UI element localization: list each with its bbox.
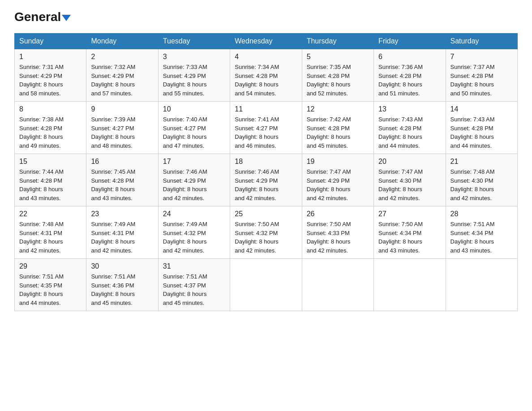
calendar-cell: 22Sunrise: 7:48 AMSunset: 4:31 PMDayligh…: [15, 206, 86, 259]
column-header-tuesday: Tuesday: [158, 34, 230, 49]
day-number: 25: [235, 210, 297, 218]
calendar-table: SundayMondayTuesdayWednesdayThursdayFrid…: [14, 33, 518, 311]
calendar-cell: 21Sunrise: 7:48 AMSunset: 4:30 PMDayligh…: [446, 154, 517, 206]
day-number: 29: [19, 262, 82, 270]
calendar-cell: 9Sunrise: 7:39 AMSunset: 4:27 PMDaylight…: [86, 102, 158, 154]
calendar-week-row: 8Sunrise: 7:38 AMSunset: 4:28 PMDaylight…: [15, 102, 518, 154]
calendar-cell: 7Sunrise: 7:37 AMSunset: 4:28 PMDaylight…: [446, 49, 517, 102]
day-info: Sunrise: 7:42 AMSunset: 4:28 PMDaylight:…: [307, 115, 369, 150]
day-info: Sunrise: 7:43 AMSunset: 4:28 PMDaylight:…: [378, 115, 441, 150]
day-info: Sunrise: 7:50 AMSunset: 4:34 PMDaylight:…: [378, 220, 441, 255]
day-number: 23: [91, 210, 153, 218]
logo-triangle-icon: [62, 15, 71, 21]
calendar-cell: 30Sunrise: 7:51 AMSunset: 4:36 PMDayligh…: [86, 259, 158, 311]
day-info: Sunrise: 7:39 AMSunset: 4:27 PMDaylight:…: [91, 115, 153, 150]
calendar-cell: 10Sunrise: 7:40 AMSunset: 4:27 PMDayligh…: [158, 102, 230, 154]
day-info: Sunrise: 7:48 AMSunset: 4:31 PMDaylight:…: [19, 220, 82, 255]
day-number: 6: [378, 53, 441, 61]
day-number: 24: [163, 210, 225, 218]
day-number: 26: [307, 210, 369, 218]
day-number: 16: [91, 158, 153, 166]
day-number: 17: [163, 158, 225, 166]
calendar-cell: 5Sunrise: 7:35 AMSunset: 4:28 PMDaylight…: [302, 49, 373, 102]
calendar-cell: 26Sunrise: 7:50 AMSunset: 4:33 PMDayligh…: [302, 206, 373, 259]
day-info: Sunrise: 7:36 AMSunset: 4:28 PMDaylight:…: [378, 63, 441, 98]
day-info: Sunrise: 7:41 AMSunset: 4:27 PMDaylight:…: [235, 115, 297, 150]
day-info: Sunrise: 7:49 AMSunset: 4:31 PMDaylight:…: [91, 220, 153, 255]
calendar-cell: [302, 259, 373, 311]
day-number: 11: [235, 105, 297, 113]
day-number: 27: [378, 210, 441, 218]
calendar-cell: 8Sunrise: 7:38 AMSunset: 4:28 PMDaylight…: [15, 102, 86, 154]
day-info: Sunrise: 7:43 AMSunset: 4:28 PMDaylight:…: [450, 115, 513, 150]
calendar-cell: 1Sunrise: 7:31 AMSunset: 4:29 PMDaylight…: [15, 49, 86, 102]
day-info: Sunrise: 7:51 AMSunset: 4:35 PMDaylight:…: [19, 272, 82, 307]
calendar-cell: 31Sunrise: 7:51 AMSunset: 4:37 PMDayligh…: [158, 259, 230, 311]
day-number: 2: [91, 53, 153, 61]
day-info: Sunrise: 7:48 AMSunset: 4:30 PMDaylight:…: [450, 167, 513, 202]
day-info: Sunrise: 7:31 AMSunset: 4:29 PMDaylight:…: [19, 63, 82, 98]
calendar-cell: 27Sunrise: 7:50 AMSunset: 4:34 PMDayligh…: [374, 206, 446, 259]
calendar-cell: 16Sunrise: 7:45 AMSunset: 4:28 PMDayligh…: [86, 154, 158, 206]
calendar-cell: 2Sunrise: 7:32 AMSunset: 4:29 PMDaylight…: [86, 49, 158, 102]
day-number: 15: [19, 158, 82, 166]
day-number: 1: [19, 53, 82, 61]
column-header-saturday: Saturday: [446, 34, 517, 49]
day-info: Sunrise: 7:49 AMSunset: 4:32 PMDaylight:…: [163, 220, 225, 255]
day-number: 28: [450, 210, 513, 218]
calendar-cell: 13Sunrise: 7:43 AMSunset: 4:28 PMDayligh…: [374, 102, 446, 154]
calendar-cell: 3Sunrise: 7:33 AMSunset: 4:29 PMDaylight…: [158, 49, 230, 102]
day-number: 30: [91, 262, 153, 270]
calendar-week-row: 15Sunrise: 7:44 AMSunset: 4:28 PMDayligh…: [15, 154, 518, 206]
day-number: 19: [307, 158, 369, 166]
day-number: 14: [450, 105, 513, 113]
calendar-cell: 19Sunrise: 7:47 AMSunset: 4:29 PMDayligh…: [302, 154, 373, 206]
column-header-thursday: Thursday: [302, 34, 373, 49]
day-info: Sunrise: 7:32 AMSunset: 4:29 PMDaylight:…: [91, 63, 153, 98]
calendar-cell: 25Sunrise: 7:50 AMSunset: 4:32 PMDayligh…: [230, 206, 302, 259]
calendar-cell: 15Sunrise: 7:44 AMSunset: 4:28 PMDayligh…: [15, 154, 86, 206]
calendar-cell: 17Sunrise: 7:46 AMSunset: 4:29 PMDayligh…: [158, 154, 230, 206]
calendar-cell: 28Sunrise: 7:51 AMSunset: 4:34 PMDayligh…: [446, 206, 517, 259]
day-info: Sunrise: 7:45 AMSunset: 4:28 PMDaylight:…: [91, 167, 153, 202]
day-number: 4: [235, 53, 297, 61]
calendar-cell: 11Sunrise: 7:41 AMSunset: 4:27 PMDayligh…: [230, 102, 302, 154]
day-info: Sunrise: 7:51 AMSunset: 4:37 PMDaylight:…: [163, 272, 225, 307]
day-number: 3: [163, 53, 225, 61]
day-info: Sunrise: 7:51 AMSunset: 4:36 PMDaylight:…: [91, 272, 153, 307]
day-number: 12: [307, 105, 369, 113]
day-number: 10: [163, 105, 225, 113]
column-header-wednesday: Wednesday: [230, 34, 302, 49]
column-header-friday: Friday: [374, 34, 446, 49]
day-info: Sunrise: 7:51 AMSunset: 4:34 PMDaylight:…: [450, 220, 513, 255]
day-info: Sunrise: 7:37 AMSunset: 4:28 PMDaylight:…: [450, 63, 513, 98]
calendar-cell: [374, 259, 446, 311]
calendar-cell: 24Sunrise: 7:49 AMSunset: 4:32 PMDayligh…: [158, 206, 230, 259]
column-header-sunday: Sunday: [15, 34, 86, 49]
logo: General: [14, 11, 71, 24]
day-number: 20: [378, 158, 441, 166]
calendar-cell: 29Sunrise: 7:51 AMSunset: 4:35 PMDayligh…: [15, 259, 86, 311]
day-info: Sunrise: 7:44 AMSunset: 4:28 PMDaylight:…: [19, 167, 82, 202]
day-number: 5: [307, 53, 369, 61]
day-number: 9: [91, 105, 153, 113]
day-info: Sunrise: 7:34 AMSunset: 4:28 PMDaylight:…: [235, 63, 297, 98]
day-number: 31: [163, 262, 225, 270]
day-number: 7: [450, 53, 513, 61]
day-number: 8: [19, 105, 82, 113]
day-info: Sunrise: 7:38 AMSunset: 4:28 PMDaylight:…: [19, 115, 82, 150]
calendar-header-row: SundayMondayTuesdayWednesdayThursdayFrid…: [15, 34, 518, 49]
day-info: Sunrise: 7:50 AMSunset: 4:32 PMDaylight:…: [235, 220, 297, 255]
day-info: Sunrise: 7:47 AMSunset: 4:29 PMDaylight:…: [307, 167, 369, 202]
page-header: General: [14, 11, 518, 24]
day-info: Sunrise: 7:35 AMSunset: 4:28 PMDaylight:…: [307, 63, 369, 98]
calendar-cell: 18Sunrise: 7:46 AMSunset: 4:29 PMDayligh…: [230, 154, 302, 206]
column-header-monday: Monday: [86, 34, 158, 49]
day-info: Sunrise: 7:46 AMSunset: 4:29 PMDaylight:…: [163, 167, 225, 202]
calendar-cell: 6Sunrise: 7:36 AMSunset: 4:28 PMDaylight…: [374, 49, 446, 102]
day-number: 18: [235, 158, 297, 166]
day-info: Sunrise: 7:40 AMSunset: 4:27 PMDaylight:…: [163, 115, 225, 150]
calendar-cell: [446, 259, 517, 311]
calendar-week-row: 22Sunrise: 7:48 AMSunset: 4:31 PMDayligh…: [15, 206, 518, 259]
day-number: 21: [450, 158, 513, 166]
